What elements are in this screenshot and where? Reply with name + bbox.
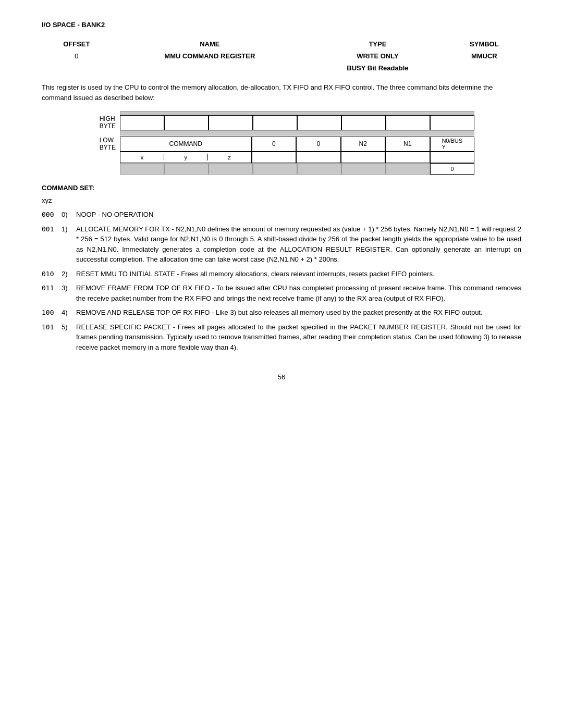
low-byte-cells: COMMAND 0 0 N2 N1 N0/BUSY <box>120 137 474 152</box>
register-offset-2 <box>42 62 112 74</box>
hb-cell-2 <box>209 115 253 130</box>
command-set-subtitle: xyz <box>42 195 521 206</box>
cs-num-000: 0) <box>62 209 76 220</box>
lb-n0bus: N0/BUSY <box>430 137 475 152</box>
register-symbol-2 <box>447 62 521 74</box>
cs-item-010: 010 2) RESET MMU TO INITIAL STATE - Free… <box>42 269 521 279</box>
sub-label-empty <box>83 152 120 163</box>
high-byte-cells <box>120 115 474 130</box>
cs-code-100: 100 <box>42 307 62 318</box>
cs-code-010: 010 <box>42 269 62 279</box>
low-byte-label: LOWBYTE <box>83 137 120 152</box>
register-table: OFFSET NAME TYPE SYMBOL 0 MMU COMMAND RE… <box>42 38 521 74</box>
page-title: I/O SPACE - BANK2 <box>42 21 521 29</box>
register-description: This register is used by the CPU to cont… <box>42 82 521 103</box>
bc-3 <box>253 163 297 175</box>
sub-cells: x y z <box>120 152 474 163</box>
cs-code-101: 101 <box>42 322 62 353</box>
cs-num-101: 5) <box>62 322 76 353</box>
col-header-type: TYPE <box>308 38 447 50</box>
bc-5 <box>341 163 386 175</box>
register-symbol: MMUCR <box>447 50 521 62</box>
sub-z: z <box>208 154 251 161</box>
bc-6 <box>386 163 430 175</box>
command-cell: COMMAND <box>120 137 252 152</box>
cs-code-011: 011 <box>42 283 62 303</box>
hb-cell-7 <box>430 115 474 130</box>
col-header-name: NAME <box>112 38 308 50</box>
command-set-title: COMMAND SET: <box>42 183 521 194</box>
sub-empty-2 <box>296 152 341 163</box>
hb-cell-1 <box>164 115 209 130</box>
cs-text-101: RELEASE SPECIFIC PACKET - Frees all page… <box>76 322 521 353</box>
cs-item-100: 100 4) REMOVE AND RELEASE TOP OF RX FIFO… <box>42 307 521 318</box>
cs-code-001: 001 <box>42 224 62 265</box>
register-name-2 <box>112 62 308 74</box>
cs-num-010: 2) <box>62 269 76 279</box>
bottom-row: 0 <box>83 163 474 175</box>
hb-cell-0 <box>120 115 164 130</box>
cs-text-001: ALLOCATE MEMORY FOR TX - N2,N1,N0 define… <box>76 224 521 265</box>
row-spacer <box>83 130 474 135</box>
hb-cell-4 <box>297 115 341 130</box>
hb-cell-5 <box>341 115 386 130</box>
register-name: MMU COMMAND REGISTER <box>112 50 308 62</box>
bc-4 <box>297 163 341 175</box>
lb-n1: N1 <box>385 137 430 152</box>
bottom-label-empty <box>83 163 120 175</box>
high-byte-label: HIGHBYTE <box>83 115 120 130</box>
lb-bit-0a: 0 <box>252 137 297 152</box>
col-header-symbol: SYMBOL <box>447 38 521 50</box>
cs-text-010: RESET MMU TO INITIAL STATE - Frees all m… <box>76 269 521 279</box>
lb-bit-0b: 0 <box>296 137 341 152</box>
cs-num-001: 1) <box>62 224 76 265</box>
sub-row: x y z <box>83 152 474 163</box>
sub-y: y <box>164 154 208 161</box>
cs-item-011: 011 3) REMOVE FRAME FROM TOP OF RX FIFO … <box>42 283 521 303</box>
command-set: COMMAND SET: xyz 000 0) NOOP - NO OPERAT… <box>42 183 521 353</box>
bc-0 <box>120 163 164 175</box>
sub-empty-5 <box>430 152 475 163</box>
cs-item-000: 000 0) NOOP - NO OPERATION <box>42 209 521 220</box>
bit-diagram: HIGHBYTE LOWBYTE COMMAND 0 0 N2 N1 <box>83 111 474 175</box>
low-byte-row: LOWBYTE COMMAND 0 0 N2 N1 N0/BUSY <box>83 137 474 152</box>
register-type-2: BUSY Bit Readable <box>308 62 447 74</box>
cs-text-100: REMOVE AND RELEASE TOP OF RX FIFO - Like… <box>76 307 521 318</box>
bc-2 <box>209 163 253 175</box>
bc-zero: 0 <box>430 163 474 175</box>
low-byte-label-text: LOWBYTE <box>100 137 116 152</box>
lb-n2: N2 <box>341 137 386 152</box>
cs-text-011: REMOVE FRAME FROM TOP OF RX FIFO - To be… <box>76 283 521 303</box>
high-byte-label-text: HIGHBYTE <box>100 115 116 130</box>
command-sub-cell: x y z <box>120 152 252 163</box>
sub-empty-3 <box>341 152 386 163</box>
cs-code-000: 000 <box>42 209 62 220</box>
bottom-cells: 0 <box>120 163 474 175</box>
page-number: 56 <box>42 373 521 381</box>
sub-empty-1 <box>252 152 297 163</box>
cs-num-100: 4) <box>62 307 76 318</box>
register-type: WRITE ONLY <box>308 50 447 62</box>
sub-x: x <box>120 154 164 161</box>
high-byte-gray-top <box>83 111 474 115</box>
cs-item-101: 101 5) RELEASE SPECIFIC PACKET - Frees a… <box>42 322 521 353</box>
cs-item-001: 001 1) ALLOCATE MEMORY FOR TX - N2,N1,N0… <box>42 224 521 265</box>
hb-cell-6 <box>386 115 430 130</box>
sub-empty-4 <box>385 152 430 163</box>
cs-text-000: NOOP - NO OPERATION <box>76 209 521 220</box>
high-byte-row: HIGHBYTE <box>83 115 474 130</box>
register-offset: 0 <box>42 50 112 62</box>
hb-cell-3 <box>253 115 297 130</box>
col-header-offset: OFFSET <box>42 38 112 50</box>
cs-num-011: 3) <box>62 283 76 303</box>
bc-1 <box>164 163 209 175</box>
